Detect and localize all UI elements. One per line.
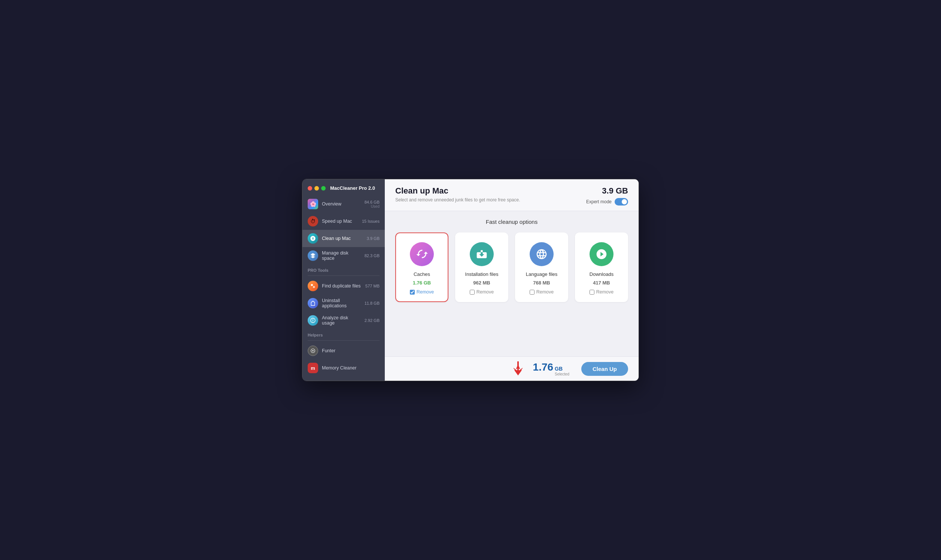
card-caches[interactable]: Caches 1.76 GB Remove [395, 232, 448, 302]
traffic-light-red[interactable] [308, 186, 312, 191]
manage-disk-label: Manage disk space [322, 251, 361, 261]
duplicates-badge: 577 MB [365, 284, 380, 288]
cleanup-button[interactable]: Clean Up [581, 362, 628, 376]
sidebar-item-manage-disk[interactable]: Manage disk space 82.3 GB [303, 247, 385, 264]
main-footer: 1.76 GB Selected Clean Up [385, 356, 638, 381]
manage-disk-badge: 82.3 GB [364, 254, 380, 258]
page-subtitle: Select and remove unneeded junk files to… [395, 197, 520, 203]
caches-checkbox[interactable] [410, 290, 415, 295]
svg-point-1 [313, 286, 315, 288]
sidebar: MacCleaner Pro 2.0 🌸 Overview 84.6 GB Us… [303, 179, 385, 381]
caches-remove-label: Remove [417, 289, 434, 295]
sidebar-item-overview[interactable]: 🌸 Overview 84.6 GB Used [303, 195, 385, 212]
card-language-files[interactable]: Language files 768 MB Remove [515, 232, 568, 302]
speed-up-icon: ⏱ [308, 216, 318, 226]
clean-up-badge: 3.9 GB [367, 236, 380, 241]
main-header: Clean up Mac Select and remove unneeded … [385, 179, 638, 211]
funter-icon [308, 346, 318, 356]
downloads-checkbox[interactable] [589, 290, 594, 295]
caches-remove-row: Remove [410, 289, 434, 295]
language-remove-row: Remove [530, 289, 554, 295]
sidebar-nav: 🌸 Overview 84.6 GB Used ⏱ Speed up Mac 1… [303, 195, 385, 381]
app-title: MacCleaner Pro 2.0 [330, 185, 375, 191]
svg-point-3 [312, 350, 314, 351]
overview-label: Overview [322, 202, 361, 207]
speed-up-badge: 15 Issues [362, 219, 380, 223]
downloads-name: Downloads [589, 271, 613, 277]
overview-badge: 84.6 GB Used [364, 200, 380, 209]
overview-icon: 🌸 [308, 199, 318, 209]
sidebar-item-uninstall[interactable]: Uninstall applications 11.8 GB [303, 295, 385, 312]
traffic-lights [308, 186, 326, 191]
title-block: Clean up Mac Select and remove unneeded … [395, 186, 520, 203]
analyze-badge: 2.92 GB [364, 318, 380, 323]
clean-up-label: Clean up Mac [322, 236, 363, 241]
sidebar-item-speed-up[interactable]: ⏱ Speed up Mac 15 Issues [303, 212, 385, 230]
sidebar-item-analyze[interactable]: Analyze disk usage 2.92 GB [303, 312, 385, 329]
caches-name: Caches [414, 271, 430, 277]
downloads-icon [589, 242, 613, 266]
installation-checkbox[interactable] [470, 290, 475, 295]
main-content: Clean up Mac Select and remove unneeded … [385, 179, 638, 381]
helpers-section: Helpers [303, 329, 385, 339]
installation-size: 962 MB [473, 280, 490, 286]
caches-size: 1.76 GB [413, 280, 431, 286]
memory-cleaner-icon: m [308, 363, 318, 373]
downloads-remove-label: Remove [596, 289, 614, 295]
helpers-divider [308, 340, 380, 341]
red-arrow-icon [512, 361, 524, 376]
analyze-label: Analyze disk usage [322, 315, 361, 326]
card-installation-files[interactable]: Installation files 962 MB Remove [455, 232, 508, 302]
installation-remove-label: Remove [477, 289, 494, 295]
uninstall-badge: 11.8 GB [364, 301, 380, 305]
sidebar-header: MacCleaner Pro 2.0 [303, 179, 385, 195]
pro-tools-section: PRO Tools [303, 264, 385, 274]
clean-up-icon [308, 233, 318, 244]
selected-size-block: 1.76 GB Selected [533, 361, 569, 376]
uninstall-label: Uninstall applications [322, 298, 361, 308]
selected-size-unit: GB Selected [555, 366, 569, 376]
funter-label: Funter [322, 348, 380, 353]
downloads-size: 417 MB [593, 280, 610, 286]
top-right: 3.9 GB Expert mode [586, 186, 628, 206]
pro-tools-divider [308, 275, 380, 276]
installation-name: Installation files [465, 271, 498, 277]
svg-marker-6 [514, 370, 522, 375]
installation-icon [470, 242, 494, 266]
installation-remove-row: Remove [470, 289, 494, 295]
language-size: 768 MB [533, 280, 550, 286]
speed-up-label: Speed up Mac [322, 218, 358, 224]
svg-point-0 [311, 284, 313, 286]
cards-area: Fast cleanup options Caches 1.76 GB Remo… [385, 211, 638, 356]
traffic-light-yellow[interactable] [314, 186, 319, 191]
expert-mode-label: Expert mode [586, 199, 612, 205]
caches-icon [410, 242, 434, 266]
app-window: MacCleaner Pro 2.0 🌸 Overview 84.6 GB Us… [302, 179, 639, 381]
expert-mode-toggle[interactable] [615, 198, 628, 206]
memory-cleaner-label: Memory Cleaner [322, 365, 380, 371]
expert-mode-row: Expert mode [586, 198, 628, 206]
language-checkbox[interactable] [530, 290, 535, 295]
language-name: Language files [526, 271, 558, 277]
total-size: 3.9 GB [602, 186, 628, 196]
traffic-light-green[interactable] [321, 186, 326, 191]
sidebar-item-duplicates[interactable]: Find duplicate files 577 MB [303, 277, 385, 295]
cards-grid: Caches 1.76 GB Remove Installation files [395, 232, 628, 302]
duplicates-icon [308, 281, 318, 291]
duplicates-label: Find duplicate files [322, 283, 361, 289]
language-icon [530, 242, 554, 266]
selected-size-big: 1.76 [533, 361, 554, 373]
sidebar-item-funter[interactable]: Funter [303, 342, 385, 359]
analyze-icon [308, 315, 318, 326]
language-remove-label: Remove [537, 289, 554, 295]
manage-disk-icon [308, 251, 318, 261]
downloads-remove-row: Remove [589, 289, 614, 295]
sidebar-item-memory-cleaner[interactable]: m Memory Cleaner [303, 359, 385, 377]
uninstall-icon [308, 298, 318, 308]
fast-cleanup-heading: Fast cleanup options [395, 218, 628, 225]
sidebar-item-clean-up[interactable]: Clean up Mac 3.9 GB [303, 230, 385, 247]
page-title: Clean up Mac [395, 186, 520, 196]
card-downloads[interactable]: Downloads 417 MB Remove [575, 232, 628, 302]
